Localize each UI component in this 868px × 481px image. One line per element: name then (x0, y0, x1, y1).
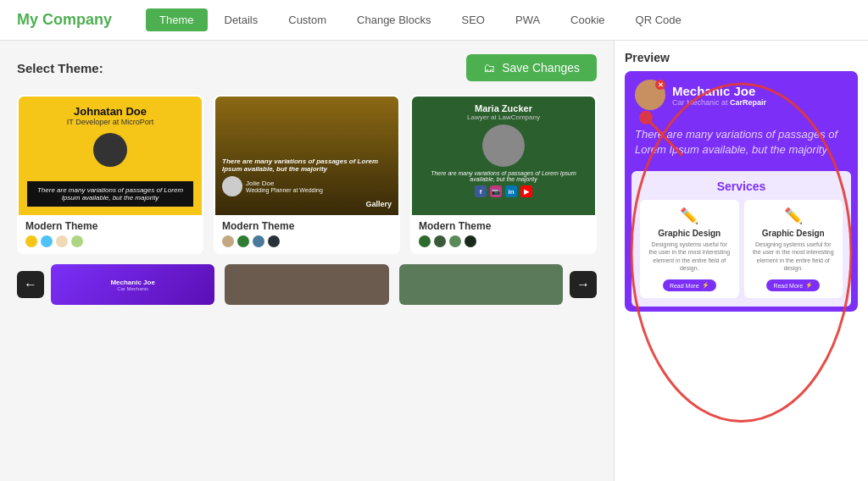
service-1-icon: ✏️ (647, 207, 732, 225)
card3-avatar (482, 124, 525, 167)
theme-card-1-footer: Modern Theme (19, 215, 202, 252)
theme-card-2-colors (222, 235, 392, 247)
service-1-desc: Designing systems useful for the user in… (647, 240, 732, 271)
next-button[interactable]: → (570, 271, 597, 298)
service-card-1: ✏️ Graphic Design Designing systems usef… (640, 200, 739, 298)
color-dot[interactable] (253, 235, 264, 247)
facebook-icon[interactable]: f (475, 185, 487, 197)
preview-card: ✕ Mechanic Joe Car Mechanic at CarRepair… (625, 71, 858, 312)
save-icon: 🗂 (483, 61, 495, 75)
service-1-btn[interactable]: Read More ⚡ (663, 279, 716, 291)
preview-header: ✕ Mechanic Joe Car Mechanic at CarRepair (625, 71, 858, 119)
read-more-icon-2: ⚡ (805, 282, 813, 289)
color-dot[interactable] (419, 235, 431, 247)
color-dot[interactable] (237, 235, 249, 247)
service-2-name: Graphic Design (751, 229, 837, 238)
right-panel: Preview ✕ Mechanic Joe Car Mechanic at C… (614, 41, 868, 481)
card3-subtitle: Lawyer at LawCompany (467, 113, 540, 121)
tab-cookie[interactable]: Cookie (557, 8, 618, 31)
preview-person-role: Car Mechanic at CarRepair (672, 98, 766, 107)
card2-person-name: Jolie Doe (246, 180, 323, 187)
theme-card-3-name: Modern Theme (419, 220, 588, 232)
theme-grid: Johnatan Doe IT Developer at MicroPort T… (17, 95, 597, 254)
select-theme-label: Select Theme: (17, 61, 103, 75)
logo: My Company (17, 11, 112, 29)
save-label: Save Changes (502, 61, 580, 75)
theme-card-2-name: Modern Theme (222, 220, 392, 232)
service-card-2: ✏️ Graphic Design Designing systems usef… (744, 200, 843, 298)
youtube-icon[interactable]: ▶ (520, 185, 532, 197)
preview-services: Services ✏️ Graphic Design Designing sys… (632, 171, 851, 307)
theme-card-1-image: Johnatan Doe IT Developer at MicroPort T… (19, 97, 202, 215)
card1-avatar (93, 133, 127, 167)
card1-person-name: Johnatan Doe (74, 105, 147, 118)
tab-qr-code[interactable]: QR Code (622, 8, 695, 31)
color-dot[interactable] (465, 235, 476, 247)
preview-person-name: Mechanic Joe (672, 84, 766, 98)
theme-card-2-footer: Modern Theme (215, 215, 398, 252)
color-dot[interactable] (56, 235, 68, 247)
theme-card-3-footer: Modern Theme (412, 215, 595, 252)
save-button[interactable]: 🗂 Save Changes (466, 54, 597, 81)
card2-subtitle: Wedding Planner at Wedding (246, 187, 323, 193)
color-dot[interactable] (71, 235, 83, 247)
theme-card-2-image: There are many variations of passages of… (215, 97, 398, 215)
panel-header: Select Theme: 🗂 Save Changes (17, 54, 597, 81)
prev-button[interactable]: ← (17, 271, 44, 298)
card3-body-text: There are many variations of passages of… (419, 170, 588, 182)
color-dot[interactable] (41, 235, 53, 247)
preview-avatar: ✕ (635, 80, 665, 110)
theme-card-1-name: Modern Theme (25, 220, 195, 232)
tab-seo[interactable]: SEO (448, 8, 498, 31)
preview-label: Preview (625, 51, 858, 64)
service-2-icon: ✏️ (751, 207, 837, 225)
card2-info: Jolie Doe Wedding Planner at Wedding (246, 180, 323, 193)
color-dot[interactable] (25, 235, 37, 247)
service-2-btn[interactable]: Read More ⚡ (766, 279, 820, 291)
read-more-icon-1: ⚡ (702, 282, 709, 289)
thumb-1-role: Car Mechanic (117, 286, 148, 291)
service-2-desc: Designing systems useful for the user in… (751, 240, 837, 271)
card2-label: Gallery (222, 200, 392, 208)
service-1-name: Graphic Design (647, 229, 732, 238)
preview-tagline: There are many variations of passages of… (625, 119, 858, 166)
bottom-thumbs: Mechanic Joe Car Mechanic (51, 264, 563, 305)
tab-details[interactable]: Details (211, 8, 272, 31)
thumb-2[interactable] (225, 264, 388, 305)
theme-card-3[interactable]: Maria Zucker Lawyer at LawCompany There … (410, 95, 597, 254)
tab-theme[interactable]: Theme (146, 8, 207, 31)
color-dot[interactable] (268, 235, 280, 247)
card1-body-text: There are many variations of passages of… (27, 181, 193, 207)
theme-card-1-colors (25, 235, 195, 247)
services-grid: ✏️ Graphic Design Designing systems usef… (640, 200, 843, 298)
thumb-1[interactable]: Mechanic Joe Car Mechanic (51, 264, 214, 305)
theme-card-3-image: Maria Zucker Lawyer at LawCompany There … (412, 97, 595, 215)
bottom-navigation-row: ← Mechanic Joe Car Mechanic → (17, 264, 597, 305)
tab-change-blocks[interactable]: Change Blocks (343, 8, 444, 31)
theme-card-3-colors (419, 235, 588, 247)
color-dot[interactable] (222, 235, 234, 247)
color-dot[interactable] (434, 235, 446, 247)
color-dot[interactable] (449, 235, 461, 247)
nav-tabs: Theme Details Custom Change Blocks SEO P… (146, 8, 695, 31)
avatar-x-icon: ✕ (655, 80, 665, 90)
card2-body-text: There are many variations of passages of… (222, 158, 392, 173)
header: My Company Theme Details Custom Change B… (0, 0, 868, 41)
preview-card-wrapper: ✕ Mechanic Joe Car Mechanic at CarRepair… (625, 71, 858, 312)
card2-profile: Jolie Doe Wedding Planner at Wedding (222, 176, 392, 196)
preview-person-info: Mechanic Joe Car Mechanic at CarRepair (672, 84, 766, 107)
tab-custom[interactable]: Custom (275, 8, 340, 31)
thumb-3[interactable] (399, 264, 563, 305)
tab-pwa[interactable]: PWA (502, 8, 554, 31)
theme-card-2[interactable]: There are many variations of passages of… (214, 95, 400, 254)
services-title: Services (640, 180, 843, 193)
card1-subtitle: IT Developer at MicroPort (67, 118, 153, 126)
thumb-1-name: Mechanic Joe (110, 279, 154, 286)
card2-avatar (222, 176, 242, 196)
instagram-icon[interactable]: 📷 (490, 185, 502, 197)
linkedin-icon[interactable]: in (505, 185, 517, 197)
card3-person-name: Maria Zucker (475, 103, 532, 113)
main-content: Select Theme: 🗂 Save Changes Johnatan Do… (0, 41, 868, 481)
card3-social-icons: f 📷 in ▶ (475, 185, 532, 197)
theme-card-1[interactable]: Johnatan Doe IT Developer at MicroPort T… (17, 95, 203, 254)
